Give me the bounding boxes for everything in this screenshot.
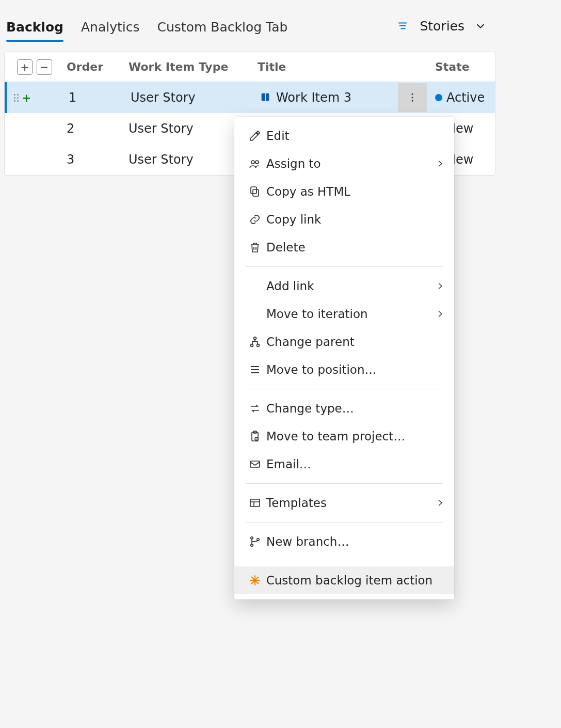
menu-item-copy-html[interactable]: Copy as HTML [234, 178, 454, 205]
add-child-button[interactable]: + [22, 91, 31, 104]
more-vertical-icon [407, 92, 418, 103]
menu-item-label: Assign to [266, 157, 432, 170]
tree-icon [244, 336, 266, 348]
tab-backlog[interactable]: Backlog [6, 2, 63, 50]
tab-custom-backlog-tab[interactable]: Custom Backlog Tab [157, 2, 288, 50]
lines-icon [244, 363, 266, 376]
template-icon [244, 497, 266, 509]
copy-icon [244, 185, 266, 198]
menu-item-label: Copy as HTML [266, 185, 432, 198]
column-header-state[interactable]: State [428, 60, 495, 73]
cell-order: 3 [67, 152, 129, 167]
cell-type: User Story [129, 121, 232, 136]
menu-item-move-iter[interactable]: Move to iteration [234, 300, 454, 328]
menu-item-branch[interactable]: New branch… [234, 528, 454, 556]
cell-order: 2 [67, 121, 129, 136]
menu-separator [246, 483, 443, 484]
menu-item-move-pos[interactable]: Move to position… [234, 356, 454, 384]
menu-item-label: New branch… [266, 535, 432, 548]
menu-item-label: Delete [266, 241, 432, 254]
branch-icon [244, 535, 266, 548]
menu-item-copy-link[interactable]: Copy link [234, 205, 454, 233]
trash-icon [244, 241, 266, 254]
menu-item-custom[interactable]: Custom backlog item action [234, 566, 454, 594]
cell-title[interactable]: Work Item 3 [234, 90, 428, 105]
menu-item-label: Custom backlog item action [266, 574, 433, 587]
chevron-right-icon [432, 498, 445, 508]
people-icon [244, 157, 266, 170]
link-icon [244, 213, 266, 226]
backlog-level-label: Stories [420, 19, 464, 34]
menu-item-assign[interactable]: Assign to [234, 150, 454, 178]
menu-item-label: Change type… [266, 402, 432, 415]
work-item-context-menu: EditAssign toCopy as HTMLCopy linkDelete… [234, 117, 454, 599]
row-more-actions-button[interactable] [398, 83, 427, 112]
state-indicator-icon [435, 94, 442, 101]
star-icon [244, 574, 266, 587]
chevron-right-icon [432, 281, 445, 291]
menu-item-label: Email… [266, 457, 432, 471]
menu-item-add-link[interactable]: Add link [234, 272, 454, 300]
table-row[interactable]: +1User StoryWork Item 3Active [5, 82, 495, 113]
menu-item-move-proj[interactable]: Move to team project… [234, 422, 454, 450]
menu-item-label: Change parent [266, 335, 432, 349]
menu-item-email[interactable]: Email… [234, 450, 454, 478]
clipboard-icon [244, 430, 266, 442]
swap-icon [244, 402, 266, 415]
menu-item-templates[interactable]: Templates [234, 489, 454, 517]
chevron-down-icon [475, 20, 486, 31]
menu-item-label: Copy link [266, 213, 432, 226]
backlog-tabs: BacklogAnalyticsCustom Backlog Tab Stori… [4, 0, 495, 52]
column-header-type[interactable]: Work Item Type [129, 60, 232, 73]
collapse-all-button[interactable]: − [37, 59, 52, 75]
work-item-title: Work Item 3 [276, 90, 351, 105]
drag-handle-icon[interactable] [14, 94, 19, 102]
menu-item-label: Edit [266, 129, 432, 143]
chevron-right-icon [432, 159, 445, 168]
expand-all-button[interactable]: + [17, 59, 33, 75]
cell-state: Active [428, 90, 495, 105]
menu-item-label: Add link [266, 279, 432, 293]
mail-icon [244, 458, 266, 470]
menu-separator [246, 522, 443, 523]
cell-type: User Story [131, 90, 234, 105]
menu-item-change-type[interactable]: Change type… [234, 394, 454, 422]
filter-icon [396, 20, 409, 31]
pencil-icon [244, 130, 266, 142]
menu-item-label: Templates [266, 496, 432, 510]
cell-type: User Story [129, 152, 232, 167]
menu-item-label: Move to position… [266, 363, 432, 376]
backlog-level-picker[interactable]: Stories [396, 19, 495, 34]
state-label: Active [446, 90, 485, 105]
user-story-icon [260, 92, 271, 103]
column-header-title[interactable]: Title [232, 60, 428, 73]
chevron-right-icon [432, 309, 445, 319]
column-header-order[interactable]: Order [67, 60, 129, 73]
menu-item-label: Move to team project… [266, 430, 432, 443]
menu-item-parent[interactable]: Change parent [234, 328, 454, 356]
grid-header-row: + − Order Work Item Type Title State [5, 52, 495, 82]
menu-separator [246, 266, 443, 267]
menu-separator [246, 389, 443, 389]
tab-analytics[interactable]: Analytics [81, 2, 140, 50]
menu-item-delete[interactable]: Delete [234, 233, 454, 261]
cell-order: 1 [69, 90, 131, 105]
menu-item-edit[interactable]: Edit [234, 122, 454, 150]
menu-separator [246, 561, 443, 561]
menu-item-label: Move to iteration [266, 307, 432, 321]
